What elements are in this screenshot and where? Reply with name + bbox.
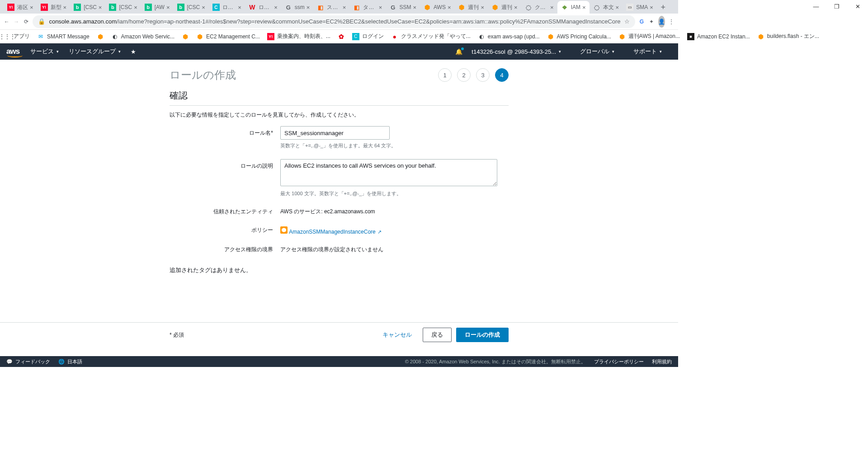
policy-link[interactable]: AmazonSSMManagedInstanceCore ↗ bbox=[289, 229, 381, 235]
tab-close-icon[interactable]: × bbox=[616, 4, 619, 11]
bookmark-label: exam aws-sap (upd... bbox=[488, 33, 540, 40]
role-desc-input[interactable] bbox=[280, 159, 497, 186]
tab-close-icon[interactable]: × bbox=[307, 4, 310, 11]
copyright-text: © 2008 - 2020, Amazon Web Services, Inc.… bbox=[405, 358, 586, 365]
wizard-step-4[interactable]: 4 bbox=[495, 68, 509, 82]
tab-close-icon[interactable]: × bbox=[63, 4, 67, 11]
support-label: サポート bbox=[633, 47, 657, 56]
tab-close-icon[interactable]: × bbox=[481, 4, 484, 11]
browser-tab[interactable]: Wログイ× bbox=[245, 1, 281, 14]
url-field[interactable]: 🔒 console.aws.amazon.com/iam/home?region… bbox=[33, 15, 635, 28]
cancel-button[interactable]: キャンセル bbox=[376, 328, 418, 342]
browser-tab[interactable]: Y!新型× bbox=[37, 1, 71, 14]
tab-close-icon[interactable]: × bbox=[134, 4, 137, 11]
browser-tab[interactable]: ▭SMA× bbox=[623, 1, 657, 14]
tab-close-icon[interactable]: × bbox=[379, 4, 382, 11]
bookmark-item[interactable]: ⋮⋮⋮アプリ bbox=[4, 33, 30, 40]
account-menu[interactable]: t143226-csol @ 2985-4393-25...▾ bbox=[472, 48, 561, 55]
aws-logo[interactable]: aws bbox=[6, 47, 19, 56]
tab-close-icon[interactable]: × bbox=[166, 4, 170, 11]
bookmark-item[interactable]: ⬢ bbox=[97, 33, 104, 40]
create-role-button[interactable]: ロールの作成 bbox=[456, 328, 509, 342]
bookmark-item[interactable]: ■Amazon EC2 Instan... bbox=[687, 33, 750, 40]
extensions-icon[interactable]: ✦ bbox=[648, 15, 654, 28]
tab-close-icon[interactable]: × bbox=[99, 4, 102, 11]
tab-favicon: b bbox=[109, 4, 116, 11]
browser-tab[interactable]: ◧タスク× bbox=[349, 1, 386, 14]
privacy-link[interactable]: プライバシーポリシー bbox=[594, 358, 644, 365]
bookmark-item[interactable]: ●クラスメソッド発「やって... bbox=[391, 33, 471, 40]
tab-close-icon[interactable]: × bbox=[650, 4, 653, 11]
bookmark-item[interactable]: ⬢AWS Pricing Calcula... bbox=[547, 33, 611, 40]
browser-tab[interactable]: ⬢週刊× bbox=[454, 1, 488, 14]
region-label: グローバル bbox=[580, 47, 609, 56]
chevron-down-icon: ▾ bbox=[660, 49, 662, 54]
browser-tab[interactable]: ⬢週刊× bbox=[488, 1, 521, 14]
tab-close-icon[interactable]: × bbox=[343, 4, 346, 11]
tab-close-icon[interactable]: × bbox=[238, 4, 241, 11]
browser-tab[interactable]: ◧ステッ× bbox=[313, 1, 349, 14]
tab-close-icon[interactable]: × bbox=[413, 4, 416, 11]
bookmark-item[interactable]: ✿ bbox=[338, 33, 345, 40]
bookmark-item[interactable]: ✉SMART Message bbox=[37, 33, 90, 40]
no-tags-text: 追加されたタグはありません。 bbox=[170, 266, 509, 274]
browser-tab[interactable]: ◌クラウ× bbox=[521, 1, 557, 14]
browser-tab[interactable]: ⬢AWS× bbox=[420, 1, 454, 14]
bookmark-item[interactable]: ◐Amazon Web Servic... bbox=[111, 33, 175, 40]
tab-close-icon[interactable]: × bbox=[550, 4, 554, 11]
back-button[interactable]: ← bbox=[4, 15, 9, 28]
bookmark-item[interactable]: ⬢builders.flash - エン... bbox=[757, 33, 819, 40]
tab-close-icon[interactable]: × bbox=[448, 4, 451, 11]
browser-tab[interactable]: Cログイ× bbox=[209, 1, 245, 14]
bookmark-item[interactable]: ◐exam aws-sap (upd... bbox=[478, 33, 540, 40]
services-label: サービス bbox=[30, 47, 54, 56]
services-menu[interactable]: サービス▾ bbox=[30, 47, 59, 56]
bookmark-item[interactable]: Cログイン bbox=[352, 33, 384, 40]
browser-tab[interactable]: b[CSC× bbox=[70, 1, 105, 14]
browser-tab[interactable]: b[CSC× bbox=[174, 1, 209, 14]
tab-close-icon[interactable]: × bbox=[274, 4, 278, 11]
chrome-menu-icon[interactable]: ⋮ bbox=[669, 15, 675, 28]
browser-tab[interactable]: b[CSC× bbox=[105, 1, 141, 14]
bookmark-item[interactable]: ⬢EC2 Management C... bbox=[196, 33, 260, 40]
wizard-step-1[interactable]: 1 bbox=[438, 68, 452, 82]
bookmark-item[interactable]: ⬢週刊AWS | Amazon... bbox=[618, 33, 680, 40]
back-button[interactable]: 戻る bbox=[423, 328, 452, 342]
maximize-button[interactable]: ❐ bbox=[826, 0, 847, 13]
translate-icon[interactable]: G bbox=[639, 15, 645, 28]
browser-tab[interactable]: b[AW× bbox=[141, 1, 174, 14]
tab-close-icon[interactable]: × bbox=[582, 4, 586, 11]
tab-favicon: ◧ bbox=[353, 4, 360, 11]
bookmark-favicon: ⬢ bbox=[182, 33, 189, 40]
browser-tab[interactable]: ❖IAM× bbox=[557, 1, 590, 14]
star-icon[interactable]: ☆ bbox=[624, 18, 630, 25]
support-menu[interactable]: サポート▾ bbox=[633, 47, 662, 56]
language-selector[interactable]: 🌐日本語 bbox=[58, 358, 82, 365]
tab-close-icon[interactable]: × bbox=[202, 4, 205, 11]
resource-groups-menu[interactable]: リソースグループ▾ bbox=[69, 47, 121, 56]
bookmark-label: 乗換案内、時刻表、... bbox=[277, 33, 330, 40]
role-name-input[interactable] bbox=[280, 126, 390, 140]
bookmark-label: SMART Message bbox=[47, 33, 90, 40]
tab-close-icon[interactable]: × bbox=[514, 4, 518, 11]
new-tab-button[interactable]: + bbox=[657, 1, 670, 14]
close-button[interactable]: ✕ bbox=[847, 0, 868, 13]
feedback-link[interactable]: 💬フィードバック bbox=[6, 358, 50, 365]
reload-button[interactable]: ⟳ bbox=[23, 15, 29, 28]
avatar-icon[interactable]: 👤 bbox=[658, 16, 665, 28]
wizard-step-3[interactable]: 3 bbox=[476, 68, 490, 82]
bell-icon[interactable]: 🔔 bbox=[455, 48, 462, 55]
browser-tab[interactable]: GSSM× bbox=[386, 1, 420, 14]
minimize-button[interactable]: — bbox=[806, 0, 826, 13]
wizard-step-2[interactable]: 2 bbox=[457, 68, 471, 82]
tab-close-icon[interactable]: × bbox=[30, 4, 33, 11]
pin-button[interactable]: ★ bbox=[131, 48, 136, 55]
browser-tab[interactable]: ◌本文× bbox=[590, 1, 623, 14]
region-menu[interactable]: グローバル▾ bbox=[580, 47, 614, 56]
bookmark-item[interactable]: ⬢ bbox=[182, 33, 189, 40]
browser-tab[interactable]: Y!港区× bbox=[4, 1, 37, 14]
bookmark-item[interactable]: Y!乗換案内、時刻表、... bbox=[267, 33, 330, 40]
browser-address-bar: ← → ⟳ 🔒 console.aws.amazon.com/iam/home?… bbox=[0, 14, 678, 30]
terms-link[interactable]: 利用規約 bbox=[652, 358, 672, 365]
browser-tab[interactable]: Gssm× bbox=[281, 1, 314, 14]
